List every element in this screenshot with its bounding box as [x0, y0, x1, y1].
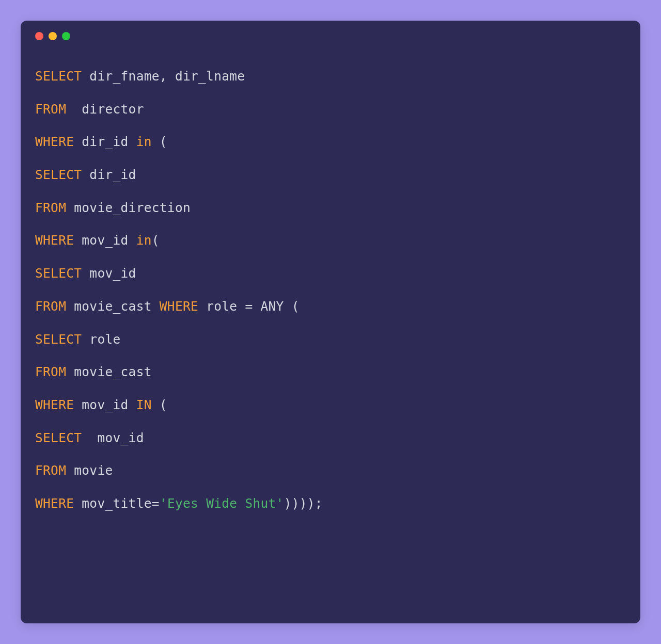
code-token-identifier: movie_cast: [66, 364, 152, 379]
code-token-keyword: FROM: [35, 102, 66, 117]
code-token-keyword: SELECT: [35, 69, 82, 84]
code-token-keyword: SELECT: [35, 266, 82, 281]
code-line: SELECT role: [35, 323, 626, 356]
code-token-string: 'Eyes Wide Shut': [160, 496, 284, 511]
code-token-identifier: movie: [66, 463, 113, 478]
code-token-paren: ))));: [284, 496, 323, 511]
code-line: FROM movie_cast WHERE role = ANY (: [35, 290, 626, 323]
code-token-identifier: movie_direction: [66, 200, 191, 215]
code-token-paren: (: [152, 134, 167, 149]
code-token-keyword: FROM: [35, 463, 66, 478]
close-icon[interactable]: [35, 32, 43, 40]
code-token-keyword: WHERE: [160, 299, 198, 314]
code-token-keyword: in: [136, 233, 152, 248]
code-line: SELECT dir_id: [35, 158, 626, 191]
code-line: FROM director: [35, 93, 626, 126]
code-token-identifier: movie_cast: [66, 299, 160, 314]
code-area[interactable]: SELECT dir_fname, dir_lnameFROM director…: [21, 45, 640, 541]
code-line: WHERE mov_id in(: [35, 224, 626, 257]
code-token-identifier: director: [66, 102, 144, 117]
code-line: WHERE mov_title='Eyes Wide Shut'))));: [35, 487, 626, 520]
maximize-icon[interactable]: [62, 32, 70, 40]
code-token-identifier: ANY (: [253, 299, 299, 314]
code-line: SELECT mov_id: [35, 422, 626, 455]
code-token-keyword: WHERE: [35, 496, 74, 511]
terminal-window: SELECT dir_fname, dir_lnameFROM director…: [21, 21, 640, 623]
code-token-identifier: dir_id: [74, 134, 136, 149]
code-token-keyword: in: [136, 134, 152, 149]
code-token-keyword: WHERE: [35, 134, 74, 149]
window-titlebar: [21, 21, 640, 45]
code-line: FROM movie_cast: [35, 356, 626, 389]
code-line: WHERE dir_id in (: [35, 125, 626, 158]
code-token-keyword: IN: [136, 397, 152, 412]
code-line: SELECT mov_id: [35, 257, 626, 290]
code-line: WHERE mov_id IN (: [35, 389, 626, 422]
code-token-identifier: role: [198, 299, 245, 314]
minimize-icon[interactable]: [49, 32, 57, 40]
code-token-identifier: role: [82, 332, 120, 347]
code-token-keyword: FROM: [35, 299, 66, 314]
code-token-identifier: mov_id: [74, 397, 136, 412]
code-token-keyword: WHERE: [35, 397, 74, 412]
code-token-keyword: SELECT: [35, 430, 82, 445]
code-token-identifier: dir_id: [82, 167, 136, 182]
code-token-paren: (: [152, 233, 160, 248]
code-token-identifier: mov_id: [82, 266, 136, 281]
code-token-identifier: dir_fname, dir_lname: [82, 69, 245, 84]
code-token-keyword: SELECT: [35, 332, 82, 347]
code-token-operator: =: [245, 299, 253, 314]
code-token-keyword: FROM: [35, 200, 66, 215]
code-line: FROM movie: [35, 454, 626, 487]
code-line: FROM movie_direction: [35, 191, 626, 224]
code-token-keyword: SELECT: [35, 167, 82, 182]
code-token-identifier: mov_id: [74, 233, 136, 248]
code-token-keyword: WHERE: [35, 233, 74, 248]
code-token-paren: (: [152, 397, 167, 412]
code-token-identifier: mov_id: [82, 430, 144, 445]
code-token-keyword: FROM: [35, 364, 66, 379]
code-line: SELECT dir_fname, dir_lname: [35, 60, 626, 93]
code-token-operator: =: [152, 496, 160, 511]
code-token-identifier: mov_title: [74, 496, 152, 511]
